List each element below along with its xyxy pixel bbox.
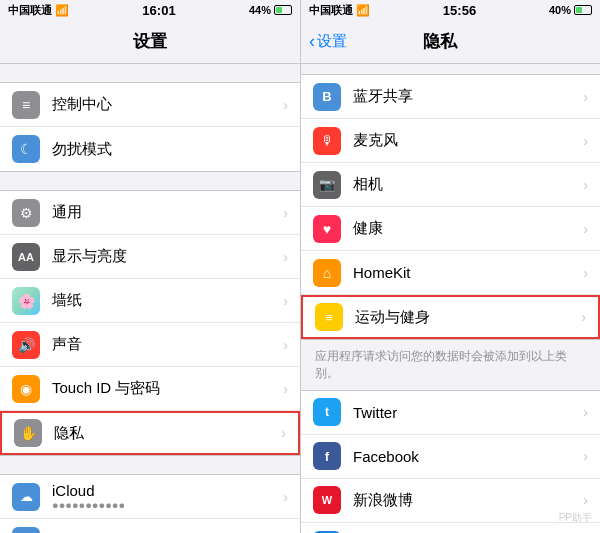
twitter-chevron: › (583, 404, 588, 420)
camera-item[interactable]: 📷 相机 › (301, 163, 600, 207)
health-label: 健康 (353, 219, 583, 238)
display-chevron: › (283, 249, 288, 265)
homekit-icon: ⌂ (313, 259, 341, 287)
do-not-disturb-label: 勿扰模式 (52, 140, 288, 159)
left-status-bar: 中国联通 📶 16:01 44% (0, 0, 300, 20)
twitter-item[interactable]: t Twitter › (301, 391, 600, 435)
wallpaper-icon: 🌸 (12, 287, 40, 315)
health-icon: ♥ (313, 215, 341, 243)
right-wifi-icon: 📶 (356, 4, 370, 17)
right-panel: 中国联通 📶 15:56 40% ‹ 设置 隐私 B 蓝牙共享 (300, 0, 600, 533)
left-nav-bar: 设置 (0, 20, 300, 64)
section-2: ⚙ 通用 › AA 显示与亮度 › 🌸 墙纸 › (0, 190, 300, 456)
right-time: 15:56 (443, 3, 476, 18)
control-center-chevron: › (283, 97, 288, 113)
back-label: 设置 (317, 32, 347, 51)
icloud-chevron: › (283, 489, 288, 505)
homekit-label: HomeKit (353, 264, 583, 281)
right-top-group: B 蓝牙共享 › 🎙 麦克风 › 📷 相机 › (301, 74, 600, 340)
fitness-label: 运动与健身 (355, 308, 581, 327)
left-settings-list: ≡ 控制中心 › ☾ 勿扰模式 ⚙ 通用 › (0, 64, 300, 533)
icloud-item[interactable]: ☁ iCloud ●●●●●●●●●●● › (0, 475, 300, 519)
homekit-chevron: › (583, 265, 588, 281)
health-chevron: › (583, 221, 588, 237)
right-status-bar: 中国联通 📶 15:56 40% (301, 0, 600, 20)
weibo-item[interactable]: W 新浪微博 › (301, 479, 600, 523)
appstore-item[interactable]: A iTunes Store 与 App Store › (0, 519, 300, 533)
bluetooth-label: 蓝牙共享 (353, 87, 583, 106)
microphone-icon: 🎙 (313, 127, 341, 155)
sounds-item[interactable]: 🔊 声音 › (0, 323, 300, 367)
microphone-item[interactable]: 🎙 麦克风 › (301, 119, 600, 163)
icloud-icon: ☁ (12, 483, 40, 511)
left-carrier: 中国联通 (8, 3, 52, 18)
right-status-right: 40% (549, 4, 592, 16)
sounds-chevron: › (283, 337, 288, 353)
wallpaper-label: 墙纸 (52, 291, 283, 310)
privacy-item[interactable]: ✋ 隐私 › (0, 411, 300, 455)
tencent-item[interactable]: T 腾讯微博 › (301, 523, 600, 533)
camera-chevron: › (583, 177, 588, 193)
right-carrier: 中国联通 (309, 3, 353, 18)
back-button[interactable]: ‹ 设置 (309, 31, 347, 52)
icloud-text-block: iCloud ●●●●●●●●●●● (52, 482, 283, 511)
touchid-item[interactable]: ◉ Touch ID 与密码 › (0, 367, 300, 411)
touchid-icon: ◉ (12, 375, 40, 403)
section-gap-2 (0, 172, 300, 190)
camera-label: 相机 (353, 175, 583, 194)
fitness-item[interactable]: ≡ 运动与健身 › (301, 295, 600, 339)
right-status-left: 中国联通 📶 (309, 3, 370, 18)
right-nav-title: 隐私 (347, 30, 532, 53)
privacy-chevron: › (281, 425, 286, 441)
general-icon: ⚙ (12, 199, 40, 227)
general-chevron: › (283, 205, 288, 221)
camera-icon: 📷 (313, 171, 341, 199)
general-label: 通用 (52, 203, 283, 222)
left-time: 16:01 (142, 3, 175, 18)
left-status-right: 44% (249, 4, 292, 16)
bluetooth-item[interactable]: B 蓝牙共享 › (301, 75, 600, 119)
facebook-chevron: › (583, 448, 588, 464)
facebook-label: Facebook (353, 448, 583, 465)
section-gap-1 (0, 64, 300, 82)
right-list: B 蓝牙共享 › 🎙 麦克风 › 📷 相机 › (301, 64, 600, 533)
facebook-item[interactable]: f Facebook › (301, 435, 600, 479)
watermark: PP助手 (559, 511, 592, 525)
general-item[interactable]: ⚙ 通用 › (0, 191, 300, 235)
weibo-label: 新浪微博 (353, 491, 583, 510)
back-chevron-icon: ‹ (309, 31, 315, 52)
control-center-item[interactable]: ≡ 控制中心 › (0, 83, 300, 127)
wallpaper-item[interactable]: 🌸 墙纸 › (0, 279, 300, 323)
section-1: ≡ 控制中心 › ☾ 勿扰模式 (0, 82, 300, 172)
microphone-chevron: › (583, 133, 588, 149)
left-status-left: 中国联通 📶 (8, 3, 69, 18)
icloud-subtitle: ●●●●●●●●●●● (52, 499, 283, 511)
do-not-disturb-icon: ☾ (12, 135, 40, 163)
icloud-label: iCloud (52, 482, 283, 499)
display-icon: AA (12, 243, 40, 271)
bluetooth-icon: B (313, 83, 341, 111)
health-item[interactable]: ♥ 健康 › (301, 207, 600, 251)
control-center-label: 控制中心 (52, 95, 283, 114)
display-label: 显示与亮度 (52, 247, 283, 266)
homekit-item[interactable]: ⌂ HomeKit › (301, 251, 600, 295)
left-wifi-icon: 📶 (55, 4, 69, 17)
display-item[interactable]: AA 显示与亮度 › (0, 235, 300, 279)
left-panel: 中国联通 📶 16:01 44% 设置 ≡ 控制中心 › (0, 0, 300, 533)
wallpaper-chevron: › (283, 293, 288, 309)
facebook-icon: f (313, 442, 341, 470)
privacy-label: 隐私 (54, 424, 281, 443)
sounds-icon: 🔊 (12, 331, 40, 359)
twitter-icon: t (313, 398, 341, 426)
weibo-chevron: › (583, 492, 588, 508)
control-center-icon: ≡ (12, 91, 40, 119)
section-3: ☁ iCloud ●●●●●●●●●●● › A iTunes Store 与 … (0, 474, 300, 533)
section-gap-3 (0, 456, 300, 474)
appstore-icon: A (12, 527, 40, 533)
right-bottom-group: t Twitter › f Facebook › W 新浪微博 › (301, 390, 600, 533)
left-battery-pct: 44% (249, 4, 271, 16)
twitter-label: Twitter (353, 404, 583, 421)
do-not-disturb-item[interactable]: ☾ 勿扰模式 (0, 127, 300, 171)
right-section-gap-1 (301, 64, 600, 74)
privacy-info-text: 应用程序请求访问您的数据时会被添加到以上类别。 (301, 340, 600, 390)
